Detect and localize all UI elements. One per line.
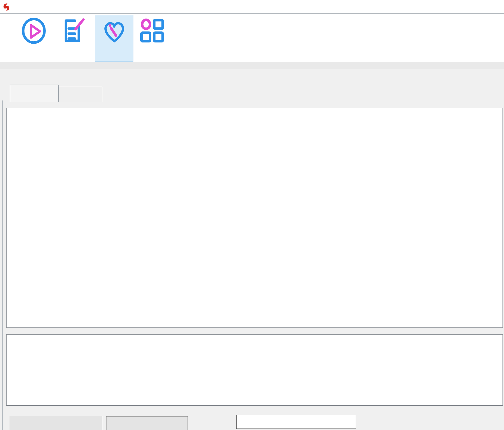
- toolbar-item-modem-management[interactable]: [95, 15, 133, 62]
- search-modem-input[interactable]: [236, 415, 356, 429]
- app-logo-icon: [2, 3, 10, 11]
- toolbar-item-command-line[interactable]: [57, 15, 88, 61]
- tab-modem-list[interactable]: [10, 85, 59, 102]
- get-vlan-button[interactable]: [106, 416, 188, 430]
- title-bar: [0, 0, 504, 14]
- get-all-modems-button[interactable]: [9, 416, 102, 430]
- heart-info-icon: [100, 17, 128, 45]
- toolbar-item-settings[interactable]: [136, 15, 168, 61]
- toolbar-item-home[interactable]: [18, 15, 49, 61]
- tab-page-left-border: [2, 100, 3, 430]
- modem-table: [6, 108, 503, 328]
- play-circle-icon: [20, 17, 48, 45]
- command-edit-icon: [59, 17, 87, 45]
- selected-modem-table: [6, 334, 503, 406]
- tab-device-address[interactable]: [59, 87, 102, 102]
- toolbar: [0, 14, 504, 62]
- toolbar-item-info[interactable]: [175, 15, 209, 61]
- toolbar-separator-band: [0, 62, 504, 69]
- grid-settings-icon: [138, 17, 166, 45]
